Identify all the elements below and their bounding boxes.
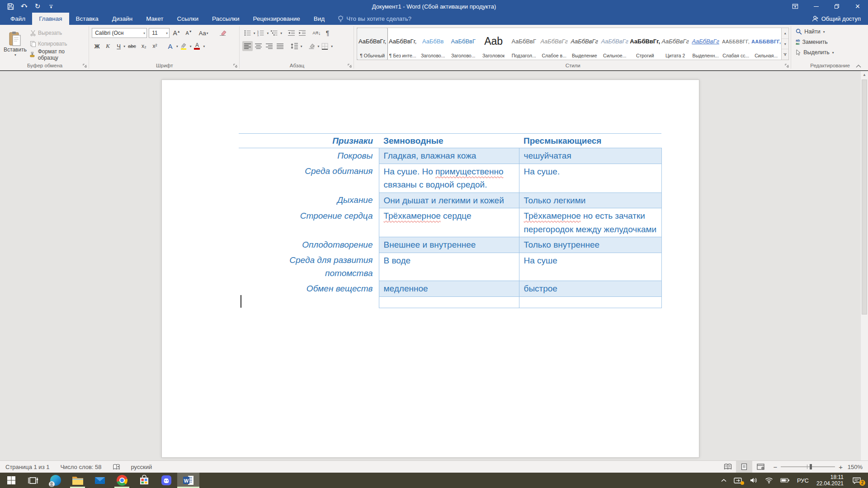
paste-button[interactable]: Вставить ▾ [3,26,28,62]
zoom-slider[interactable] [781,466,835,467]
styles-scroll-down-icon[interactable]: ▾ [782,39,788,50]
format-painter-button[interactable]: Формат по образцу [28,50,87,60]
tab-layout[interactable]: Макет [139,13,170,25]
action-center-icon[interactable]: 2 [848,473,865,488]
table-cell[interactable]: быстрое [519,281,661,296]
style-item-10[interactable]: АаБбВвГг,Строгий [630,28,660,60]
zoom-out-button[interactable]: − [773,463,777,471]
style-item-2[interactable]: АаБбВвГг,¶ Без инте... [387,28,418,60]
language-switcher[interactable]: РУС [794,473,812,488]
ribbon-display-options-icon[interactable] [785,0,806,13]
shrink-font-button[interactable]: А▼ [184,28,194,38]
taskbar-edge-button[interactable] [44,473,66,488]
tab-mailings[interactable]: Рассылки [205,13,246,25]
table-cell[interactable]: Трёхкамерное но есть зачатки перегородок… [519,208,661,237]
tab-insert[interactable]: Вставка [69,13,105,25]
row-label[interactable]: Оплодотворение [239,237,379,253]
bullets-button[interactable] [242,28,253,38]
taskbar-discord-button[interactable] [155,473,177,488]
comparison-table[interactable]: ПризнакиЗемноводныеПресмыкающиесяПокровы… [239,133,662,308]
word-count[interactable]: Число слов: 58 [55,461,107,473]
styles-scroll-up-icon[interactable]: ▴ [782,28,788,39]
underline-button[interactable]: Ч [113,41,124,51]
subscript-button[interactable]: х₂ [139,41,149,51]
row-label[interactable] [239,296,379,308]
table-cell[interactable]: На суше. [519,164,661,192]
style-item-5[interactable]: АabЗаголовок [478,28,509,60]
change-case-button[interactable]: Аа▾ [196,28,211,38]
copy-button[interactable]: Копировать [28,39,87,49]
share-button[interactable]: Общий доступ [812,13,868,25]
vertical-scrollbar[interactable]: ▲ [860,71,868,460]
web-layout-button[interactable] [752,461,769,473]
taskbar-word-button[interactable]: W [177,473,199,488]
taskbar-chrome-button[interactable] [111,473,133,488]
align-center-button[interactable] [253,41,264,51]
clear-formatting-button[interactable] [217,28,228,38]
style-item-1[interactable]: АаБбВвГг,¶ Обычный [357,28,387,60]
tray-sync-icon[interactable] [731,473,745,488]
row-label[interactable]: Покровы [239,148,379,164]
close-button[interactable]: × [847,0,868,13]
table-cell[interactable]: Только внутреннее [519,237,661,253]
tab-view[interactable]: Вид [307,13,331,25]
zoom-in-button[interactable]: + [839,463,843,471]
taskbar-explorer-button[interactable] [66,473,89,488]
redo-button[interactable]: ↻ [32,1,43,12]
taskbar-mail-button[interactable] [89,473,111,488]
read-mode-button[interactable] [720,461,736,473]
align-right-button[interactable] [264,41,274,51]
table-header-col2[interactable]: Земноводные [379,134,519,148]
show-paragraph-marks-button[interactable]: ¶ [322,28,333,38]
styles-more-icon[interactable]: ▾ [782,49,788,60]
tray-expand-icon[interactable] [718,473,730,488]
table-header-col3[interactable]: Пресмыкающиеся [519,134,661,148]
customize-qat-button[interactable]: ▾ [45,1,57,12]
taskbar-store-button[interactable] [133,473,155,488]
superscript-button[interactable]: х² [150,41,160,51]
style-item-11[interactable]: АаБбВвГгЦитата 2 [660,28,690,60]
table-cell[interactable]: чешуйчатая [519,148,661,164]
tab-references[interactable]: Ссылки [170,13,205,25]
table-cell[interactable] [519,296,661,308]
battery-icon[interactable] [777,473,793,488]
undo-button[interactable]: ↶▾ [18,1,30,12]
highlight-color-button[interactable] [179,41,189,51]
zoom-slider-thumb[interactable] [810,464,812,469]
proofing-status[interactable] [107,461,126,473]
style-item-3[interactable]: АаБбВвЗаголово... [418,28,448,60]
find-button[interactable]: Найти▾ [794,27,866,37]
font-size-combobox[interactable]: 11▾ [149,28,170,38]
table-cell[interactable]: Внешнее и внутреннее [379,237,519,253]
table-cell[interactable]: На суше [519,253,661,281]
minimize-button[interactable] [806,0,826,13]
document-page[interactable]: ПризнакиЗемноводныеПресмыкающиесяПокровы… [161,80,699,458]
style-item-7[interactable]: АаБбВвГгСлабое в... [539,28,569,60]
style-item-8[interactable]: АаБбВвГгВыделение [569,28,599,60]
increase-indent-button[interactable] [297,28,307,38]
row-label[interactable]: Среда обитания [239,164,379,192]
restore-button[interactable] [826,0,847,13]
style-item-4[interactable]: АаБбВвГЗаголово... [448,28,478,60]
multilevel-list-button[interactable] [269,28,279,38]
text-effects-button[interactable]: А [165,41,175,51]
table-cell[interactable]: Они дышат и легкими и кожей [379,192,519,208]
taskbar-start-button[interactable] [0,473,22,488]
table-cell[interactable]: Только легкими [519,192,661,208]
save-icon[interactable] [5,1,16,12]
tell-me-search[interactable]: Что вы хотите сделать? [338,13,411,25]
collapse-ribbon-icon[interactable] [855,64,862,68]
sort-button[interactable]: АЯ↓ [311,28,322,38]
table-header-col1[interactable]: Признаки [239,134,379,148]
replace-button[interactable]: abac Заменить [794,37,866,47]
borders-button[interactable] [320,41,330,51]
page-indicator[interactable]: Страница 1 из 1 [0,461,55,473]
clipboard-dialog-launcher-icon[interactable] [82,63,88,69]
table-cell[interactable]: Трёхкамерное сердце [379,208,519,237]
table-cell[interactable]: Гладкая, влажная кожа [379,148,519,164]
numbering-button[interactable]: 1.2.3. [255,28,266,38]
italic-button[interactable]: К [103,41,113,51]
strikethrough-button[interactable]: abc [126,41,138,51]
tab-review[interactable]: Рецензирование [246,13,307,25]
row-label[interactable]: Дыхание [239,192,379,208]
